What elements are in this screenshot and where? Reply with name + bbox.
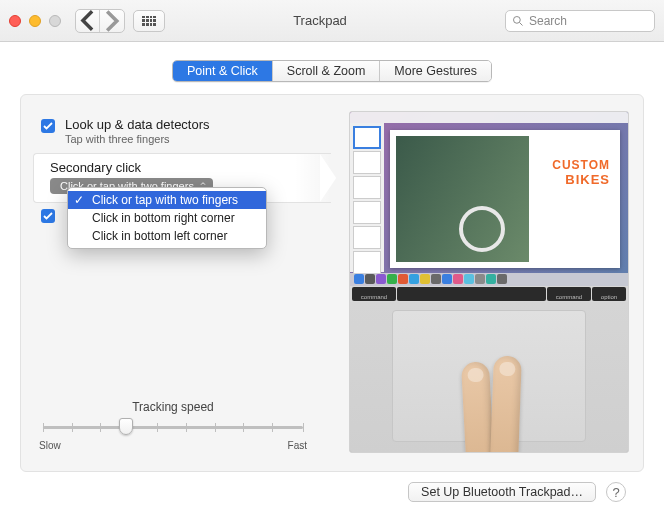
- show-all-button[interactable]: [133, 10, 165, 32]
- titlebar: Trackpad Search: [0, 0, 664, 42]
- option-lookup: Look up & data detectors Tap with three …: [35, 111, 331, 153]
- tracking-label: Tracking speed: [35, 400, 311, 414]
- tracking-speed: Tracking speed Slow Fast: [35, 400, 311, 451]
- footer: Set Up Bluetooth Trackpad… ?: [20, 472, 644, 502]
- content: Point & Click Scroll & Zoom More Gesture…: [0, 42, 664, 510]
- lookup-sub: Tap with three fingers: [65, 133, 210, 145]
- key-command-right: command: [547, 287, 591, 301]
- window-title: Trackpad: [173, 13, 497, 28]
- search-icon: [512, 15, 524, 27]
- secondary-dropdown: ✓ Click or tap with two fingers Click in…: [67, 187, 267, 249]
- minimize-icon[interactable]: [29, 15, 41, 27]
- gesture-preview: CUSTOM BIKES command command option: [349, 111, 629, 453]
- preview-text-2: BIKES: [552, 172, 610, 187]
- preview-text-1: CUSTOM: [552, 158, 610, 172]
- nav-buttons: [75, 9, 125, 33]
- dropdown-item-two-fingers[interactable]: ✓ Click or tap with two fingers: [68, 191, 266, 209]
- slider-thumb[interactable]: [119, 418, 133, 435]
- slider-slow-label: Slow: [39, 440, 61, 451]
- key-command-left: command: [352, 287, 396, 301]
- zoom-icon[interactable]: [49, 15, 61, 27]
- tab-scroll-zoom[interactable]: Scroll & Zoom: [273, 61, 381, 81]
- search-input[interactable]: Search: [505, 10, 655, 32]
- window-controls: [9, 15, 61, 27]
- bluetooth-setup-button[interactable]: Set Up Bluetooth Trackpad…: [408, 482, 596, 502]
- svg-line-1: [520, 22, 523, 25]
- tabbar: Point & Click Scroll & Zoom More Gesture…: [20, 60, 644, 82]
- forward-button[interactable]: [100, 10, 124, 32]
- main-panel: Look up & data detectors Tap with three …: [20, 94, 644, 472]
- tap-checkbox[interactable]: [41, 209, 55, 223]
- check-icon: ✓: [74, 193, 84, 207]
- fingers-illustration: [434, 344, 554, 452]
- lookup-checkbox[interactable]: [41, 119, 55, 133]
- dropdown-item-bottom-right[interactable]: Click in bottom right corner: [68, 209, 266, 227]
- lookup-title: Look up & data detectors: [65, 117, 210, 132]
- back-button[interactable]: [76, 10, 100, 32]
- svg-point-0: [514, 16, 521, 23]
- close-icon[interactable]: [9, 15, 21, 27]
- key-option: option: [592, 287, 626, 301]
- dropdown-item-bottom-left[interactable]: Click in bottom left corner: [68, 227, 266, 245]
- slider-fast-label: Fast: [288, 440, 307, 451]
- grid-icon: [142, 16, 156, 26]
- tab-point-click[interactable]: Point & Click: [173, 61, 273, 81]
- search-placeholder: Search: [529, 14, 567, 28]
- preview-column: CUSTOM BIKES command command option: [349, 111, 629, 453]
- tab-more-gestures[interactable]: More Gestures: [380, 61, 491, 81]
- help-button[interactable]: ?: [606, 482, 626, 502]
- secondary-title: Secondary click: [50, 160, 213, 175]
- options-column: Look up & data detectors Tap with three …: [35, 111, 331, 453]
- tracking-slider[interactable]: [43, 418, 303, 436]
